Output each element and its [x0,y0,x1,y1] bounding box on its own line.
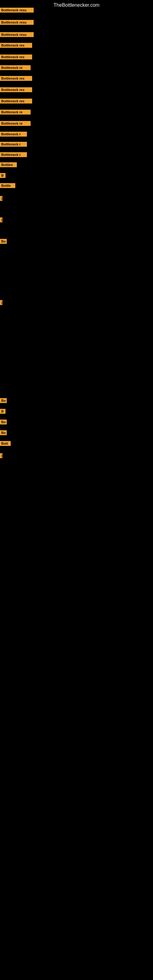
bottleneck-item-3[interactable]: Bottleneck resu [0,32,33,37]
bottleneck-item-18[interactable]: | [0,196,2,201]
bottleneck-item-10[interactable]: Bottleneck re [0,110,30,115]
bottleneck-item-5[interactable]: Bottleneck res [0,54,32,59]
bottleneck-item-6[interactable]: Bottleneck re [0,65,30,70]
bottleneck-item-2[interactable]: Bottleneck resu [0,20,33,25]
bottleneck-item-9[interactable]: Bottleneck res [0,99,32,103]
bottleneck-item-21[interactable]: | [0,300,2,305]
bottleneck-item-20[interactable]: Bo [0,239,7,244]
bottleneck-item-7[interactable]: Bottleneck res [0,76,32,81]
bottleneck-item-19[interactable]: | [0,218,2,222]
bottleneck-item-25[interactable]: Bo [0,430,7,435]
bottleneck-item-26[interactable]: Bott [0,441,11,446]
bottleneck-item-12[interactable]: Bottleneck r [0,132,27,137]
bottleneck-item-22[interactable]: Bo [0,398,7,403]
bottleneck-item-11[interactable]: Bottleneck re [0,121,30,126]
bottleneck-item-8[interactable]: Bottleneck res [0,87,32,92]
bottleneck-item-14[interactable]: Bottleneck r [0,152,27,157]
bottleneck-item-17[interactable]: Bottle [0,183,15,188]
bottleneck-item-27[interactable]: | [0,453,2,458]
bottleneck-item-16[interactable]: B [0,173,5,178]
bottleneck-item-24[interactable]: Bo [0,420,7,425]
bottleneck-item-13[interactable]: Bottleneck r [0,142,27,147]
bottleneck-item-4[interactable]: Bottleneck res [0,43,32,48]
bottleneck-item-23[interactable]: B [0,409,5,414]
bottleneck-item-15[interactable]: Bottlen [0,162,17,167]
bottleneck-item-1[interactable]: Bottleneck resu [0,8,33,13]
